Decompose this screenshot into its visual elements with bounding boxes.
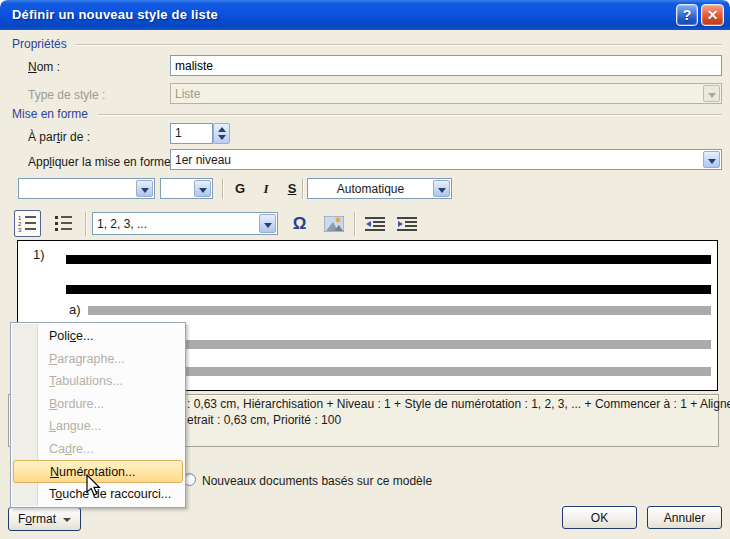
dropdown-caret-icon: [63, 518, 71, 522]
number-style-value: 1, 2, 3, ...: [97, 217, 147, 231]
bullet-list-icon: [54, 214, 73, 233]
section-formatting: Mise en forme: [12, 107, 88, 121]
picture-icon: [324, 216, 344, 232]
new-documents-radio-label: Nouveaux documents basés sur ce modèle: [202, 474, 432, 488]
start-at-spinner[interactable]: [213, 123, 230, 144]
style-description-line1: : 0,63 cm, Hiérarchisation + Niveau : 1 …: [187, 397, 730, 411]
separator: [302, 179, 303, 199]
chevron-down-icon: [703, 85, 720, 102]
menu-item-bordure: Bordure...: [11, 393, 185, 416]
preview-text-line: [88, 306, 711, 315]
increase-indent-button[interactable]: [393, 210, 420, 237]
italic-button[interactable]: I: [254, 178, 278, 199]
close-icon: ✕: [707, 7, 719, 23]
spin-down-icon: [218, 135, 226, 140]
mouse-cursor-icon: [86, 474, 101, 497]
numbered-list-icon: 1 2 3: [18, 214, 37, 233]
start-at-label: À partir de :: [28, 130, 90, 144]
apply-to-label: Appliquer la mise en forme à :: [28, 155, 187, 169]
decrease-indent-button[interactable]: [361, 210, 388, 237]
insert-symbol-button[interactable]: Ω: [286, 210, 313, 237]
svg-text:3: 3: [18, 227, 22, 233]
chevron-down-icon[interactable]: [136, 180, 153, 197]
insert-picture-button[interactable]: [320, 210, 347, 237]
name-label: Nom :: [28, 60, 60, 74]
cancel-button[interactable]: Annuler: [647, 506, 722, 529]
style-type-combo: Liste: [170, 83, 722, 104]
bold-button[interactable]: G: [228, 178, 252, 199]
increase-indent-icon: [397, 216, 417, 232]
chevron-down-icon[interactable]: [194, 180, 211, 197]
help-icon: ?: [683, 7, 692, 23]
apply-to-combo[interactable]: 1er niveau: [170, 149, 722, 170]
help-button[interactable]: ?: [676, 4, 698, 26]
font-name-combo[interactable]: [18, 178, 155, 199]
preview-level1-marker: 1): [33, 247, 45, 262]
style-type-value: Liste: [175, 87, 200, 101]
menu-item-tabulations: Tabulations...: [11, 370, 185, 393]
section-divider: [76, 44, 722, 45]
title-bar: Définir un nouveau style de liste ? ✕: [0, 0, 730, 30]
menu-item-cadre: Cadre...: [11, 438, 185, 461]
separator: [354, 212, 355, 236]
section-properties: Propriétés: [12, 37, 67, 51]
spin-up-icon: [218, 127, 226, 132]
font-size-combo[interactable]: [160, 178, 213, 199]
preview-text-line: [66, 285, 711, 294]
font-color-value: Automatique: [308, 182, 433, 196]
menu-item-paragraphe: Paragraphe...: [11, 348, 185, 371]
menu-item-langue: Langue...: [11, 415, 185, 438]
font-color-combo[interactable]: Automatique: [307, 178, 452, 199]
preview-text-line: [66, 255, 711, 264]
style-description-line2: etrait : 0,63 cm, Priorité : 100: [187, 413, 341, 427]
ok-button[interactable]: OK: [562, 506, 637, 529]
number-style-combo[interactable]: 1, 2, 3, ...: [92, 212, 278, 235]
dialog-window: Définir un nouveau style de liste ? ✕ Pr…: [0, 0, 730, 539]
start-at-field[interactable]: 1: [170, 123, 213, 144]
apply-to-value: 1er niveau: [175, 153, 231, 167]
chevron-down-icon[interactable]: [433, 180, 450, 197]
menu-item-police[interactable]: Police...: [11, 325, 185, 348]
underline-button[interactable]: S: [280, 178, 304, 199]
omega-icon: Ω: [293, 214, 307, 234]
chevron-down-icon[interactable]: [703, 151, 720, 168]
decrease-indent-icon: [365, 216, 385, 232]
chevron-down-icon[interactable]: [259, 214, 276, 233]
bullet-list-button[interactable]: [50, 210, 77, 237]
section-divider: [98, 114, 722, 115]
dialog-title: Définir un nouveau style de liste: [12, 7, 218, 22]
numbered-list-button[interactable]: 1 2 3: [14, 210, 41, 237]
preview-level2-marker: a): [69, 302, 81, 317]
close-button[interactable]: ✕: [701, 4, 724, 26]
separator: [222, 179, 223, 199]
separator: [85, 212, 86, 236]
name-input[interactable]: [170, 55, 722, 76]
format-button[interactable]: Format: [8, 507, 81, 531]
style-type-label: Type de style :: [28, 88, 105, 102]
